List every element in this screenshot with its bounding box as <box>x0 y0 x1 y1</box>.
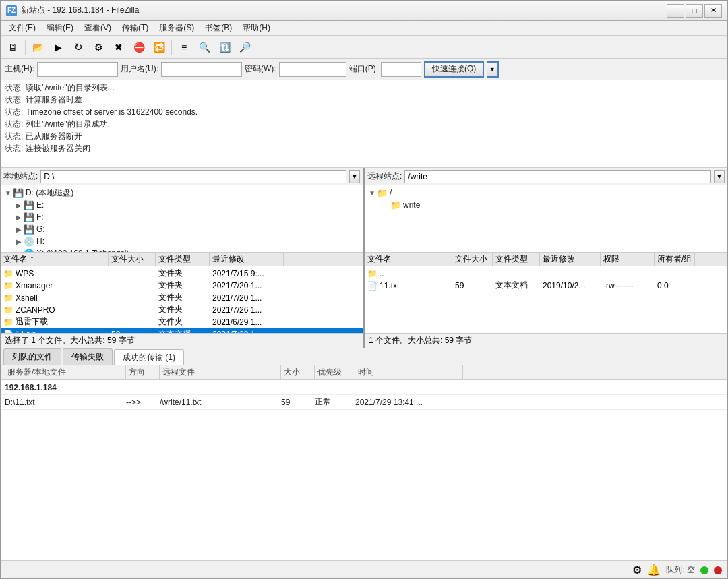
notifications-icon[interactable]: 🔔 <box>647 563 661 576</box>
remote-tree[interactable]: ▼📁/📁write <box>365 185 727 253</box>
remote-tree-item[interactable]: 📁write <box>365 199 727 211</box>
remote-file-row[interactable]: 📄11.txt59文本文档2019/10/2...-rw-------0 0 <box>365 280 727 292</box>
menu-item-V[interactable]: 查看(V) <box>79 21 117 35</box>
local-tree-item[interactable]: ▶💾F: <box>1 211 363 223</box>
log-line: 状态:计算服务器时差... <box>5 94 723 106</box>
host-label: 主机(H): <box>5 63 34 75</box>
local-tree-item[interactable]: ▶💾E: <box>1 199 363 211</box>
local-tree-item[interactable]: ▶💾G: <box>1 223 363 235</box>
refresh-button[interactable]: ↻ <box>69 38 88 56</box>
local-file-cell-name: 📁WPS <box>1 268 109 279</box>
toggle-button[interactable]: ⚙ <box>89 38 108 56</box>
menu-item-H[interactable]: 帮助(H) <box>237 21 276 35</box>
process-queue-button[interactable]: ▶ <box>49 38 67 56</box>
tab-1[interactable]: 成功的传输 (1) <box>114 349 184 365</box>
file-icon: 📄 <box>367 281 377 291</box>
tab-[interactable]: 列队的文件 <box>3 348 61 365</box>
local-file-row[interactable]: 📄11.txt59文本文档2021/7/28 1... <box>1 328 363 333</box>
remote-col-header-name[interactable]: 文件名 <box>365 253 452 266</box>
search-button[interactable]: 🔍 <box>195 38 214 56</box>
remote-col-header-modified[interactable]: 最近修改 <box>540 253 601 266</box>
file-icon: 📁 <box>3 317 13 327</box>
local-file-cell-type: 文件夹 <box>156 268 210 279</box>
local-col-header-type[interactable]: 文件类型 <box>156 253 210 266</box>
quick-connect-button[interactable]: 快速连接(Q) <box>424 61 484 78</box>
queue-all-button[interactable]: ≡ <box>175 38 193 56</box>
local-col-header-size[interactable]: 文件大小 <box>109 253 156 266</box>
local-file-row[interactable]: 📁迅雷下载文件夹2021/6/29 1... <box>1 316 363 328</box>
log-label: 状态: <box>5 144 23 153</box>
settings-icon[interactable]: ⚙ <box>632 563 642 576</box>
local-files-header: 文件名 ↑文件大小文件类型最近修改 <box>1 253 363 266</box>
queue-cell-direction: -->> <box>122 398 156 407</box>
menu-item-B[interactable]: 书签(B) <box>200 21 237 35</box>
tree-expand-icon: ▼ <box>3 189 13 197</box>
remote-file-cell-type: 文本文档 <box>493 280 540 291</box>
local-file-row[interactable]: 📁ZCANPRO文件夹2021/7/26 1... <box>1 304 363 316</box>
tab-[interactable]: 传输失败 <box>63 348 113 365</box>
remote-panel-header: 远程站点: ▼ <box>365 168 727 185</box>
find-files-button[interactable]: 🔎 <box>235 38 254 56</box>
local-tree-item[interactable]: ▼💾D: (本地磁盘) <box>1 187 363 199</box>
local-path-input[interactable] <box>40 170 346 183</box>
tree-item-label: H: <box>36 237 44 246</box>
menu-item-E[interactable]: 文件(E) <box>3 21 41 35</box>
local-files-list[interactable]: 📁WPS文件夹2021/7/15 9:...📁Xmanager文件夹2021/7… <box>1 266 363 333</box>
local-panel-label: 本地站点: <box>3 171 38 182</box>
remote-path-dropdown[interactable]: ▼ <box>714 170 725 183</box>
remote-panel: 远程站点: ▼ ▼📁/📁write 文件名文件大小文件类型最近修改权限所有者/组… <box>365 168 727 348</box>
tree-item-label: / <box>390 188 392 197</box>
cancel-button[interactable]: ✖ <box>109 38 128 56</box>
close-button[interactable]: ✕ <box>704 4 722 18</box>
main-window: FZ 新站点 - 192.168.1.184 - FileZilla ─ □ ✕… <box>0 0 728 579</box>
local-path-dropdown[interactable]: ▼ <box>349 170 360 183</box>
remote-path-input[interactable] <box>404 170 711 183</box>
remote-file-row[interactable]: 📁.. <box>365 268 727 280</box>
local-file-row[interactable]: 📁WPS文件夹2021/7/15 9:... <box>1 268 363 280</box>
open-file-manager-button[interactable]: 📂 <box>28 38 47 56</box>
password-input[interactable] <box>279 62 346 77</box>
minimize-button[interactable]: ─ <box>667 4 684 18</box>
remote-tree-item[interactable]: ▼📁/ <box>365 187 727 199</box>
username-input[interactable] <box>161 62 242 77</box>
menu-item-T[interactable]: 传输(T) <box>117 21 154 35</box>
quick-connect-dropdown[interactable]: ▼ <box>487 61 499 78</box>
local-status-text: 选择了 1 个文件。大小总共: 59 字节 <box>5 335 135 346</box>
reconnect-button[interactable]: 🔁 <box>150 38 169 56</box>
local-tree-item[interactable]: ▶🌐X: (\\192.168.1.7\chengsj) <box>1 247 363 253</box>
disconnect-button[interactable]: ⛔ <box>129 38 148 56</box>
file-icon: 📁 <box>3 293 13 303</box>
local-file-cell-modified: 2021/6/29 1... <box>210 316 284 328</box>
tree-item-label: D: (本地磁盘) <box>26 187 73 199</box>
local-tree-item[interactable]: ▶💿H: <box>1 235 363 247</box>
log-line: 状态:读取"/write"的目录列表... <box>5 82 723 94</box>
menu-item-S[interactable]: 服务器(S) <box>154 21 200 35</box>
remote-col-header-perms[interactable]: 权限 <box>601 253 655 266</box>
port-input[interactable] <box>381 62 421 77</box>
queue-row[interactable]: D:\11.txt-->>/write/11.txt59正常2021/7/29 … <box>1 395 727 410</box>
menu-item-E[interactable]: 编辑(E) <box>41 21 79 35</box>
log-text: Timezone offset of server is 31622400 se… <box>26 107 198 117</box>
local-file-cell-name: 📁ZCANPRO <box>1 304 109 315</box>
new-site-button[interactable]: 🖥 <box>3 38 22 56</box>
remote-file-cell-modified <box>540 268 601 279</box>
queue-cell-time: 2021/7/29 13:41:... <box>351 398 459 407</box>
queue-area[interactable]: 192.168.1.184D:\11.txt-->>/write/11.txt5… <box>1 380 727 561</box>
maximize-button[interactable]: □ <box>686 4 703 18</box>
remote-col-header-owner[interactable]: 所有者/组 <box>655 253 695 266</box>
local-col-header-modified[interactable]: 最近修改 <box>210 253 284 266</box>
queue-cell-size: 59 <box>277 398 311 407</box>
local-col-header-name[interactable]: 文件名 ↑ <box>1 253 109 266</box>
local-file-row[interactable]: 📁Xshell文件夹2021/7/20 1... <box>1 292 363 304</box>
remote-col-header-type[interactable]: 文件类型 <box>493 253 540 266</box>
remote-col-header-size[interactable]: 文件大小 <box>452 253 493 266</box>
local-file-row[interactable]: 📁Xmanager文件夹2021/7/20 1... <box>1 280 363 292</box>
queue-server-row[interactable]: 192.168.1.184 <box>1 380 727 395</box>
local-file-cell-size <box>109 280 156 291</box>
sync-button[interactable]: 🔃 <box>215 38 234 56</box>
local-tree[interactable]: ▼💾D: (本地磁盘)▶💾E:▶💾F:▶💾G:▶💿H:▶🌐X: (\\192.1… <box>1 185 363 253</box>
remote-files-list[interactable]: 📁..📄11.txt59文本文档2019/10/2...-rw-------0 … <box>365 266 727 333</box>
host-input[interactable] <box>37 62 118 77</box>
local-file-cell-modified: 2021/7/15 9:... <box>210 268 284 279</box>
remote-panel-label: 远程站点: <box>367 171 402 182</box>
